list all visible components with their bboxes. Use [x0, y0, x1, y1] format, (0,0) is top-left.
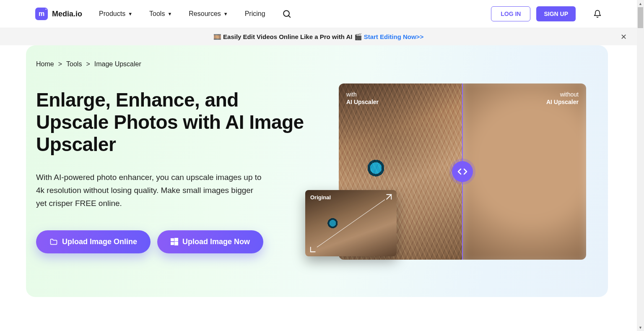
- banner-emoji: 🎬: [354, 33, 362, 41]
- search-icon[interactable]: [282, 9, 291, 18]
- auth-buttons: LOG IN SIGN UP: [491, 6, 602, 21]
- svg-rect-5: [174, 242, 178, 245]
- label-line: AI Upscaler: [346, 99, 379, 106]
- nav-label: Tools: [149, 10, 165, 18]
- banner-emoji: 🎞️: [213, 33, 221, 41]
- banner-link[interactable]: Start Editing Now>>: [364, 33, 424, 40]
- logo[interactable]: m Media.io: [35, 8, 82, 20]
- nav-products[interactable]: Products ▼: [99, 10, 132, 18]
- scroll-up-icon[interactable]: ▲: [637, 0, 644, 7]
- chevron-down-icon: ▼: [167, 11, 172, 16]
- signup-button[interactable]: SIGN UP: [536, 6, 576, 21]
- hero-card: Home > Tools > Image Upscaler Enlarge, E…: [26, 45, 608, 297]
- main-nav: Products ▼ Tools ▼ Resources ▼ Pricing: [99, 10, 265, 18]
- svg-line-1: [288, 16, 290, 17]
- nav-resources[interactable]: Resources ▼: [189, 10, 228, 18]
- nav-label: Pricing: [245, 10, 265, 18]
- hero-right: with AI Upscaler without AI Upscaler Ori…: [322, 60, 608, 272]
- page-title: Enlarge, Enhance, and Upscale Photos wit…: [36, 89, 314, 156]
- close-icon[interactable]: ✕: [621, 32, 627, 42]
- cta-label: Upload Image Now: [182, 237, 250, 246]
- scroll-thumb[interactable]: [638, 7, 643, 28]
- label-line: AI Upscaler: [546, 99, 579, 106]
- compare-label-without: without AI Upscaler: [546, 91, 579, 106]
- breadcrumb-current: Image Upscaler: [94, 60, 141, 68]
- breadcrumb-tools[interactable]: Tools: [66, 60, 82, 68]
- banner-text: Easily Edit Videos Online Like a Pro wit…: [223, 33, 352, 40]
- breadcrumb-sep: >: [86, 60, 90, 68]
- svg-rect-2: [171, 238, 174, 241]
- nav-tools[interactable]: Tools ▼: [149, 10, 172, 18]
- logo-icon: m: [35, 8, 48, 20]
- login-button[interactable]: LOG IN: [491, 6, 530, 21]
- windows-icon: [171, 238, 178, 245]
- nav-label: Products: [99, 10, 125, 18]
- svg-rect-3: [174, 238, 178, 241]
- chevron-down-icon: ▼: [223, 11, 228, 16]
- nav-label: Resources: [189, 10, 221, 18]
- logo-text: Media.io: [52, 10, 82, 18]
- breadcrumb-home[interactable]: Home: [36, 60, 54, 68]
- cta-row: Upload Image Online Upload Image Now: [36, 230, 314, 253]
- original-blur-image: [462, 83, 586, 260]
- compare-handle[interactable]: [452, 161, 473, 182]
- svg-rect-4: [171, 242, 174, 245]
- cta-label: Upload Image Online: [62, 237, 137, 246]
- label-line: with: [346, 91, 357, 98]
- notifications-icon[interactable]: [593, 10, 602, 18]
- upload-now-button[interactable]: Upload Image Now: [157, 230, 263, 253]
- upload-online-button[interactable]: Upload Image Online: [36, 230, 151, 253]
- promo-banner: 🎞️ Easily Edit Videos Online Like a Pro …: [0, 28, 637, 45]
- compare-label-with: with AI Upscaler: [346, 91, 379, 106]
- breadcrumb: Home > Tools > Image Upscaler: [36, 60, 314, 68]
- page-description: With AI-powered photo enhancer, you can …: [36, 171, 262, 210]
- folder-icon: [49, 238, 58, 245]
- image-compare: with AI Upscaler without AI Upscaler Ori…: [339, 83, 586, 260]
- nav-pricing[interactable]: Pricing: [245, 10, 265, 18]
- label-line: without: [560, 91, 579, 98]
- breadcrumb-sep: >: [58, 60, 62, 68]
- header: m Media.io Products ▼ Tools ▼ Resources …: [0, 0, 637, 28]
- hero-section: Home > Tools > Image Upscaler Enlarge, E…: [0, 45, 637, 314]
- compare-panel-without: [462, 83, 586, 260]
- chevron-down-icon: ▼: [128, 11, 132, 16]
- scrollbar[interactable]: ▲ ▼: [637, 0, 644, 314]
- original-inset: Original: [305, 190, 397, 256]
- hero-left: Home > Tools > Image Upscaler Enlarge, E…: [36, 60, 322, 272]
